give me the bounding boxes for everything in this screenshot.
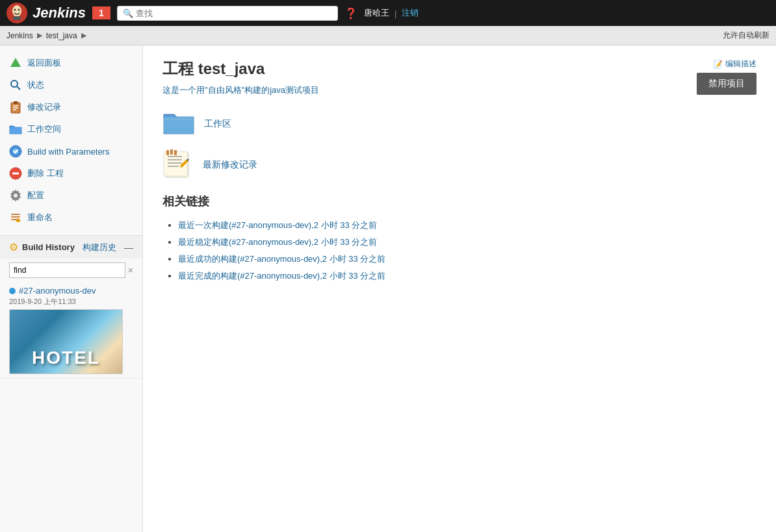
sidebar-label-rename: 重命名 [27, 212, 53, 223]
search-bar: 🔍 [117, 6, 338, 21]
user-area: 唐哈王 | 注销 [364, 7, 419, 19]
content-header: 工程 test_java 这是一个用"自由风格"构建的java测试项目 📝 编辑… [162, 58, 757, 96]
sidebar-item-status[interactable]: 状态 [0, 74, 142, 96]
jenkins-logo[interactable]: Jenkins [6, 3, 86, 23]
sidebar-item-configure[interactable]: 配置 [0, 184, 142, 207]
sidebar-label-delete: 删除 工程 [27, 168, 64, 179]
auto-refresh-link[interactable]: 允许自动刷新 [723, 31, 770, 40]
build-item-date: 2019-9-20 上午11:33 [9, 297, 133, 307]
svg-rect-13 [10, 127, 21, 134]
breadcrumb-right: 允许自动刷新 [723, 30, 770, 41]
find-input[interactable] [9, 262, 125, 278]
breadcrumb-arrow-1: ▶ [37, 31, 42, 40]
sidebar-label-workspace: 工作空间 [27, 123, 61, 135]
build-item-id: #27-anonymous-dev [19, 286, 96, 296]
sidebar: 返回面板 状态 修改记录 [0, 45, 143, 532]
notepad-large-icon [162, 149, 194, 181]
svg-rect-9 [14, 101, 18, 104]
workspace-link[interactable]: 工作区 [204, 118, 231, 130]
build-history-header: ⚙ Build History 构建历史 — [0, 236, 142, 259]
search-icon: 🔍 [123, 8, 133, 18]
list-item: 最近稳定构建(#27-anonymous-dev),2 小时 33 分之前 [178, 234, 757, 251]
header: Jenkins 1 🔍 ❓ 唐哈王 | 注销 [0, 0, 776, 26]
sidebar-item-delete[interactable]: 删除 工程 [0, 162, 142, 184]
quick-links: 工作区 [162, 109, 757, 181]
svg-rect-20 [11, 214, 20, 215]
edit-description-link[interactable]: 📝 编辑描述 [713, 58, 757, 70]
gear-icon [9, 189, 22, 202]
svg-rect-33 [170, 149, 173, 155]
folder-large-icon [162, 109, 195, 138]
related-links-list: 最近一次构建(#27-anonymous-dev),2 小时 33 分之前 最近… [162, 217, 757, 285]
build-history-zh-title: 构建历史 [83, 242, 116, 253]
build-item: #27-anonymous-dev 2019-9-20 上午11:33 HOTE… [0, 282, 142, 379]
find-clear-btn[interactable]: × [128, 265, 133, 275]
project-title: 工程 test_java [162, 58, 640, 79]
list-item: 最近完成的构建(#27-anonymous-dev),2 小时 33 分之前 [178, 268, 757, 285]
build-thumbnail: HOTEL [9, 309, 123, 374]
list-item: 最近成功的构建(#27-anonymous-dev),2 小时 33 分之前 [178, 251, 757, 268]
build-history-gear-icon: ⚙ [9, 241, 18, 253]
build-item-link[interactable]: #27-anonymous-dev [9, 286, 133, 296]
related-links-title: 相关链接 [162, 194, 757, 209]
svg-point-6 [11, 81, 18, 87]
breadcrumb-jenkins[interactable]: Jenkins [6, 31, 33, 40]
build-status-dot [9, 288, 16, 294]
sidebar-item-build-with-params[interactable]: Build with Parameters [0, 140, 142, 162]
separator: | [394, 8, 396, 18]
changelog-link[interactable]: 最新修改记录 [203, 159, 257, 171]
svg-point-3 [18, 9, 20, 11]
logout-link[interactable]: 注销 [402, 7, 419, 19]
search-input[interactable] [136, 8, 332, 18]
username: 唐哈王 [364, 7, 389, 19]
clipboard-icon [9, 101, 22, 114]
sidebar-label-build-with-params: Build with Parameters [27, 147, 109, 157]
main-layout: 返回面板 状态 修改记录 [0, 45, 776, 532]
edit-icon: 📝 [713, 60, 723, 69]
quick-link-changelog: 最新修改记录 [162, 149, 757, 181]
help-icon[interactable]: ❓ [344, 7, 357, 19]
sidebar-item-rename[interactable]: 重命名 [0, 207, 142, 229]
breadcrumb-project[interactable]: test_java [46, 31, 77, 40]
build-history-panel: ⚙ Build History 构建历史 — × #27-anonymous-d… [0, 235, 142, 379]
content: 工程 test_java 这是一个用"自由风格"构建的java测试项目 📝 编辑… [143, 45, 776, 532]
sidebar-label-configure: 配置 [27, 190, 44, 201]
sidebar-item-change-log[interactable]: 修改记录 [0, 96, 142, 118]
sidebar-label-back-panel: 返回面板 [27, 57, 61, 69]
logo-text: Jenkins [32, 5, 86, 21]
notification-badge[interactable]: 1 [92, 6, 110, 19]
svg-point-2 [14, 9, 16, 11]
list-item: 最近一次构建(#27-anonymous-dev),2 小时 33 分之前 [178, 217, 757, 234]
svg-line-7 [17, 86, 20, 90]
no-circle-icon [9, 167, 22, 180]
svg-marker-23 [16, 218, 21, 222]
related-links: 相关链接 最近一次构建(#27-anonymous-dev),2 小时 33 分… [162, 194, 757, 285]
build-history-collapse-btn[interactable]: — [124, 242, 133, 253]
breadcrumb-arrow-2: ▶ [81, 31, 86, 40]
sidebar-item-workspace[interactable]: 工作空间 [0, 118, 142, 140]
sidebar-label-status: 状态 [27, 79, 44, 91]
project-desc: 这是一个用"自由风格"构建的java测试项目 [162, 84, 640, 96]
svg-point-19 [14, 194, 18, 197]
recent-build-link[interactable]: 最近一次构建(#27-anonymous-dev),2 小时 33 分之前 [178, 220, 377, 230]
build-circle-icon [9, 145, 22, 158]
quick-link-workspace: 工作区 [162, 109, 757, 138]
svg-rect-4 [13, 16, 21, 20]
hotel-text: HOTEL [32, 348, 100, 374]
sidebar-item-back-panel[interactable]: 返回面板 [0, 52, 142, 74]
jenkins-logo-icon [6, 3, 27, 23]
svg-rect-21 [11, 216, 20, 218]
folder-blue-icon [9, 123, 22, 136]
successful-build-link[interactable]: 最近成功的构建(#27-anonymous-dev),2 小时 33 分之前 [178, 254, 385, 264]
svg-point-1 [12, 5, 21, 17]
completed-build-link[interactable]: 最近完成的构建(#27-anonymous-dev),2 小时 33 分之前 [178, 271, 385, 281]
disable-project-btn[interactable]: 禁用项目 [697, 73, 757, 95]
sidebar-label-change-log: 修改记录 [27, 101, 61, 113]
up-arrow-icon [9, 57, 22, 70]
edit-desc-label: 编辑描述 [725, 58, 757, 70]
magnifier-icon [9, 79, 22, 92]
stable-build-link[interactable]: 最近稳定构建(#27-anonymous-dev),2 小时 33 分之前 [178, 237, 377, 247]
pencil-icon [9, 211, 22, 224]
svg-rect-32 [166, 150, 169, 155]
find-bar: × [0, 259, 142, 282]
